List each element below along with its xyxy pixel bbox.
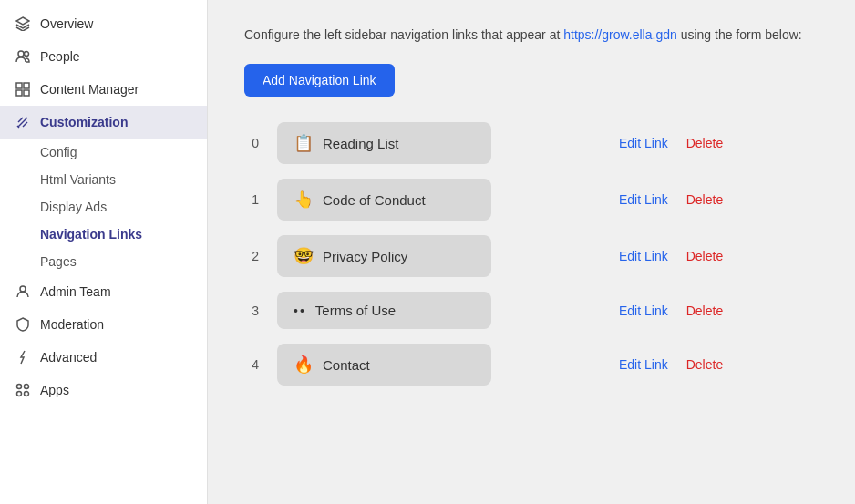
svg-rect-3 (16, 83, 22, 88)
sidebar-sub-navigation-links-label: Navigation Links (40, 227, 142, 242)
sidebar-sub-display-ads-label: Display Ads (40, 200, 107, 214)
table-row: 3 •• Terms of Use Edit Link Delete (244, 292, 819, 329)
main-content: Configure the left sidebar navigation li… (208, 0, 855, 504)
nav-index-4: 4 (244, 357, 259, 372)
edit-link-2[interactable]: Edit Link (619, 249, 668, 263)
nav-item-reading-list: 📋 Reading List (277, 122, 491, 164)
tool-icon (15, 114, 31, 130)
edit-link-1[interactable]: Edit Link (619, 192, 668, 207)
sidebar-item-admin-team[interactable]: Admin Team (0, 275, 207, 308)
svg-rect-4 (24, 83, 29, 88)
reading-list-label: Reading List (323, 136, 398, 151)
sidebar-item-content-manager-label: Content Manager (40, 82, 139, 97)
sidebar-item-people[interactable]: People (0, 40, 207, 73)
table-row: 4 🔥 Contact Edit Link Delete (244, 344, 819, 386)
delete-link-4[interactable]: Delete (686, 357, 723, 372)
sidebar-item-people-label: People (40, 49, 80, 64)
terms-of-use-emoji: •• (294, 303, 306, 318)
edit-link-4[interactable]: Edit Link (619, 357, 668, 372)
sidebar-sub-display-ads[interactable]: Display Ads (0, 193, 207, 221)
terms-of-use-label: Terms of Use (315, 303, 396, 318)
delete-link-2[interactable]: Delete (686, 249, 723, 263)
svg-point-1 (18, 51, 24, 57)
delete-link-1[interactable]: Delete (686, 192, 723, 207)
sidebar-item-moderation-label: Moderation (40, 317, 104, 332)
svg-rect-5 (16, 90, 22, 96)
edit-link-0[interactable]: Edit Link (619, 136, 668, 150)
table-row: 0 📋 Reading List Edit Link Delete (244, 122, 819, 164)
contact-label: Contact (323, 357, 370, 373)
sidebar: Overview People Content Manager (0, 0, 208, 504)
svg-point-10 (20, 286, 26, 292)
apps-icon (15, 382, 31, 398)
sidebar-sub-pages[interactable]: Pages (0, 248, 207, 275)
svg-point-2 (25, 52, 29, 57)
sidebar-sub-menu: Config Html Variants Display Ads Navigat… (0, 139, 207, 275)
sidebar-item-apps-label: Apps (40, 383, 69, 397)
nav-actions-2: Edit Link Delete (619, 249, 723, 263)
nav-item-code-of-conduct: 👆 Code of Conduct (277, 179, 491, 221)
sidebar-item-overview-label: Overview (40, 16, 93, 31)
page-description: Configure the left sidebar navigation li… (244, 27, 819, 42)
table-row: 2 🤓 Privacy Policy Edit Link Delete (244, 235, 819, 277)
nav-index-1: 1 (244, 192, 259, 207)
sidebar-item-admin-team-label: Admin Team (40, 284, 111, 299)
lightning-icon (15, 349, 31, 365)
sidebar-item-advanced[interactable]: Advanced (0, 341, 207, 374)
sidebar-sub-config-label: Config (40, 145, 77, 159)
privacy-policy-label: Privacy Policy (323, 249, 407, 264)
add-navigation-link-button[interactable]: Add Navigation Link (244, 64, 395, 97)
sidebar-item-advanced-label: Advanced (40, 350, 97, 365)
sidebar-sub-config[interactable]: Config (0, 139, 207, 166)
nav-index-0: 0 (244, 136, 259, 150)
nav-actions-1: Edit Link Delete (619, 192, 723, 207)
nav-index-3: 3 (244, 303, 259, 318)
delete-link-0[interactable]: Delete (686, 136, 723, 150)
svg-point-11 (17, 385, 22, 389)
sidebar-item-content-manager[interactable]: Content Manager (0, 73, 207, 106)
sidebar-sub-html-variants-label: Html Variants (40, 172, 116, 187)
reading-list-emoji: 📋 (294, 133, 314, 153)
privacy-policy-emoji: 🤓 (294, 246, 314, 266)
code-of-conduct-emoji: 👆 (294, 190, 314, 210)
person-icon (15, 283, 31, 300)
sidebar-sub-navigation-links[interactable]: Navigation Links (0, 221, 207, 248)
svg-point-12 (25, 385, 29, 389)
navigation-links-list: 0 📋 Reading List Edit Link Delete 1 👆 Co… (244, 122, 819, 386)
nav-item-contact: 🔥 Contact (277, 344, 491, 386)
layers-icon (15, 15, 31, 32)
grid-icon (15, 81, 31, 98)
sidebar-item-overview[interactable]: Overview (0, 7, 207, 40)
code-of-conduct-label: Code of Conduct (323, 192, 426, 208)
sidebar-item-moderation[interactable]: Moderation (0, 308, 207, 341)
nav-index-2: 2 (244, 249, 259, 263)
svg-point-14 (25, 392, 29, 396)
nav-item-privacy-policy: 🤓 Privacy Policy (277, 235, 491, 277)
svg-line-8 (18, 118, 23, 122)
sidebar-item-customization-label: Customization (40, 115, 128, 129)
delete-link-3[interactable]: Delete (686, 303, 723, 318)
svg-line-9 (23, 122, 27, 127)
svg-marker-0 (16, 17, 29, 25)
svg-point-13 (17, 392, 22, 396)
nav-item-terms-of-use: •• Terms of Use (277, 292, 491, 329)
nav-actions-0: Edit Link Delete (619, 136, 723, 150)
sidebar-sub-pages-label: Pages (40, 254, 77, 269)
sidebar-sub-html-variants[interactable]: Html Variants (0, 166, 207, 193)
nav-actions-4: Edit Link Delete (619, 357, 723, 372)
edit-link-3[interactable]: Edit Link (619, 303, 668, 318)
shield-icon (15, 316, 31, 333)
nav-actions-3: Edit Link Delete (619, 303, 723, 318)
sidebar-item-apps[interactable]: Apps (0, 374, 207, 406)
users-icon (15, 48, 31, 65)
sidebar-item-customization[interactable]: Customization (0, 106, 207, 139)
svg-line-7 (18, 118, 27, 127)
table-row: 1 👆 Code of Conduct Edit Link Delete (244, 179, 819, 221)
svg-rect-6 (24, 90, 29, 96)
site-link[interactable]: https://grow.ella.gdn (563, 27, 677, 42)
contact-emoji: 🔥 (294, 355, 314, 375)
